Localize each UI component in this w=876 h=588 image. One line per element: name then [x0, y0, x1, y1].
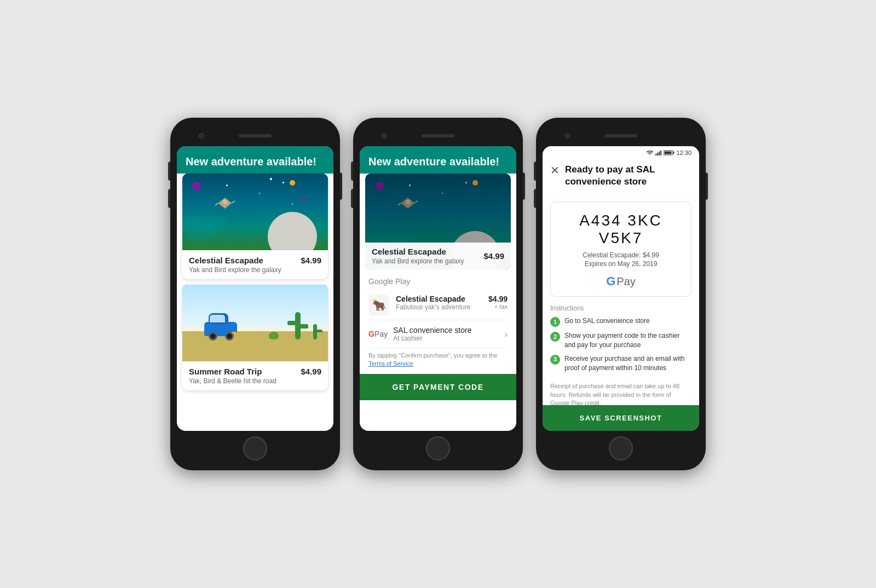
camera-icon-3 — [564, 133, 570, 139]
card-celestial[interactable]: Celestial Escapade Yak and Bird explore … — [182, 174, 328, 279]
status-bar: 12:30 — [543, 146, 699, 157]
camera-icon-2 — [382, 133, 387, 139]
home-button-1[interactable] — [243, 436, 267, 460]
sheet-item-tax: + tax — [488, 303, 508, 310]
sheet-item-sub: Fabulous yak's adventure — [396, 303, 482, 311]
gpay-row[interactable]: G Pay SAL convenience store At cashier › — [360, 320, 516, 348]
save-screenshot-button[interactable]: SAVE SCREENSHOT — [543, 405, 699, 431]
svg-rect-12 — [660, 151, 661, 155]
pay-label: Pay — [616, 275, 635, 288]
step-1-text: Go to SAL convenience store — [564, 316, 650, 326]
camera-icon — [199, 133, 204, 139]
sheet-item-price-block: $4.99 + tax — [488, 295, 508, 310]
sheet-item-name: Celestial Escapade — [396, 295, 482, 303]
svg-rect-11 — [659, 152, 660, 155]
g-blue: G — [606, 274, 615, 288]
star-2 — [409, 185, 411, 186]
tos-link[interactable]: Terms of Service — [368, 360, 413, 367]
screen1-title: New adventure available! — [186, 155, 325, 168]
battery-icon — [664, 150, 675, 155]
star-2 — [442, 193, 443, 194]
screen2-title: New adventure available! — [368, 155, 508, 168]
home-btn-area-3 — [543, 436, 699, 460]
phone-3-notch — [543, 128, 699, 144]
moon-icon — [268, 212, 317, 250]
planet-yellow-icon — [290, 180, 295, 186]
screen2-card-subtitle: Yak and Bird explore the galaxy — [372, 257, 464, 265]
g-logo-letter: G — [606, 274, 615, 289]
screen2-card[interactable]: Celestial Escapade Yak and Bird explore … — [365, 174, 511, 269]
planet-purple-icon — [192, 182, 201, 191]
screen2-header: New adventure available! — [360, 146, 516, 174]
cloud-icon — [188, 228, 215, 239]
instructions-title: Instructions — [550, 304, 691, 312]
phone-2-notch — [360, 128, 516, 144]
cactus-icon — [295, 312, 301, 339]
instruction-3: 3 Receive your purchase and an email wit… — [550, 354, 691, 373]
star-icon — [259, 193, 260, 194]
chevron-right-icon: › — [504, 328, 508, 340]
step-2-text: Show your payment code to the cashier an… — [564, 331, 691, 350]
card-celestial-image — [182, 174, 328, 250]
card-roadtrip-subtitle: Yak, Bird & Beetle hit the road — [189, 377, 276, 385]
card-celestial-price: $4.99 — [301, 256, 321, 265]
star-icon — [270, 178, 272, 180]
bush-icon — [269, 332, 279, 339]
car-icon — [204, 322, 237, 336]
pay-text: Pay — [374, 330, 388, 338]
star-2 — [465, 182, 467, 183]
phone-1-notch — [177, 128, 333, 144]
status-time: 12:30 — [676, 149, 691, 156]
step-3-text: Receive your purchase and an email with … — [564, 354, 691, 373]
status-icons: 12:30 — [646, 149, 691, 156]
card-roadtrip-image — [182, 285, 328, 361]
sheet-item-content: Celestial Escapade Fabulous yak's advent… — [396, 295, 482, 311]
phone-2-screen: New adventure available! — [360, 146, 516, 431]
star-icon — [226, 185, 228, 186]
sheet-item-price: $4.99 — [488, 295, 508, 303]
svg-rect-14 — [673, 152, 675, 154]
instruction-2: 2 Show your payment code to the cashier … — [550, 331, 691, 350]
card-celestial-title: Celestial Escapade — [189, 256, 281, 265]
card-celestial-text: Celestial Escapade Yak and Bird explore … — [189, 256, 281, 274]
cactus-icon — [313, 324, 317, 339]
home-button-3[interactable] — [609, 436, 633, 460]
gpay-store-sub: At cashier — [393, 335, 499, 342]
svg-rect-1 — [223, 200, 227, 204]
gpay-store-info: SAL convenience store At cashier — [393, 326, 499, 342]
get-payment-code-button[interactable]: GET PAYMENT CODE — [360, 374, 516, 400]
code-description: Celestial Escapade: $4.99 — [558, 251, 683, 259]
payment-code: A434 3KC V5K7 — [558, 212, 683, 247]
sheet-title: Google Play — [360, 269, 516, 290]
screen3-header: ✕ Ready to pay at SAL convenience store — [543, 157, 699, 194]
home-button-2[interactable] — [426, 436, 450, 460]
phone-2: New adventure available! — [353, 118, 523, 470]
svg-line-3 — [232, 201, 235, 203]
code-expiry: Expires on May 26, 2019 — [558, 260, 683, 268]
planet-purple-2 — [375, 182, 384, 191]
bird-icon — [299, 197, 309, 204]
star-icon — [283, 182, 284, 183]
instruction-1: 1 Go to SAL convenience store — [550, 316, 691, 327]
card-roadtrip[interactable]: Summer Road Trip Yak, Bird & Beetle hit … — [182, 285, 328, 390]
speaker-3 — [604, 134, 637, 137]
gpay-mini-logo: G Pay — [368, 330, 388, 338]
close-button[interactable]: ✕ — [550, 165, 560, 176]
phone-1: New adventure available! — [170, 118, 340, 470]
home-btn-area-1 — [177, 436, 333, 460]
svg-line-7 — [398, 203, 401, 205]
svg-rect-6 — [406, 200, 410, 204]
tos-text: By tapping "Confirm purchase", you agree… — [360, 348, 516, 374]
card-roadtrip-title: Summer Road Trip — [189, 367, 276, 376]
home-btn-area-2 — [360, 436, 516, 460]
sheet-item-row: 🐂 Celestial Escapade Fabulous yak's adve… — [360, 290, 516, 320]
screen2-card-title: Celestial Escapade — [372, 247, 464, 256]
planet-yellow-2 — [472, 180, 478, 186]
gpay-store-name: SAL convenience store — [393, 326, 499, 335]
svg-line-8 — [414, 201, 418, 203]
card-celestial-info: Celestial Escapade Yak and Bird explore … — [182, 250, 328, 279]
screen2-card-price: $4.99 — [483, 251, 504, 261]
step-1-badge: 1 — [550, 317, 560, 327]
step-3-badge: 3 — [550, 355, 560, 365]
g-letter-icon: G — [368, 330, 374, 338]
